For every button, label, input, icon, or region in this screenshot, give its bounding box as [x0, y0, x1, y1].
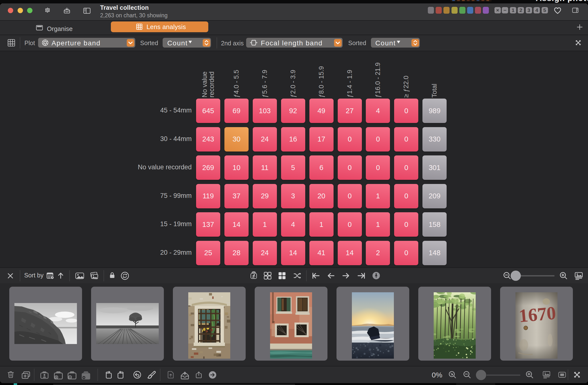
svg-text:1670: 1670: [518, 303, 557, 326]
